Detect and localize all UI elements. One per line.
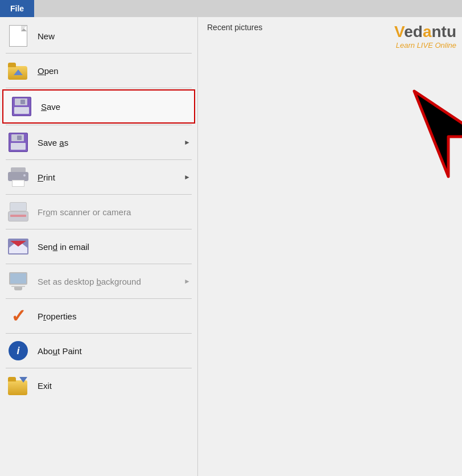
menu-item-properties-label: Properties (38, 311, 191, 321)
menu-item-scanner-label: From scanner or camera (38, 207, 191, 217)
menu-item-exit[interactable]: Exit (0, 370, 197, 401)
menu-item-open-label: Open (38, 66, 191, 76)
menu-item-save-label: Save (41, 102, 187, 112)
file-tab-label: File (10, 4, 24, 13)
cursor-arrow (403, 85, 462, 188)
title-bar: File (0, 0, 462, 17)
separator-8 (6, 298, 192, 299)
menu-item-save[interactable]: Save (2, 89, 195, 124)
menu-item-save-as-label: Save as (38, 138, 184, 147)
separator-10 (6, 368, 192, 368)
scanner-icon (7, 200, 30, 223)
new-icon (7, 24, 30, 47)
separator-3 (6, 125, 192, 125)
separator-1 (6, 53, 192, 54)
right-panel: Recent pictures Vedantu Learn LIVE Onlin… (198, 17, 462, 476)
menu-item-print[interactable]: Print ► (0, 161, 197, 193)
menu-item-exit-label: Exit (38, 381, 191, 391)
menu-item-new-label: New (38, 31, 191, 41)
menu-item-open[interactable]: Open (0, 55, 197, 87)
print-arrow: ► (184, 173, 191, 181)
separator-2 (6, 88, 192, 88)
separator-7 (6, 264, 192, 264)
separator-4 (6, 159, 192, 160)
menu-panel: New Open (0, 17, 198, 476)
separator-6 (6, 229, 192, 229)
email-icon (7, 235, 30, 258)
exit-icon (7, 374, 30, 397)
separator-9 (6, 333, 192, 334)
print-icon (7, 166, 30, 188)
properties-icon: ✓ (7, 305, 30, 327)
save-icon (10, 95, 33, 118)
desktop-icon (7, 270, 30, 293)
menu-item-new[interactable]: New (0, 20, 197, 52)
vedantu-logo: Vedantu Learn LIVE Online (394, 23, 456, 50)
menu-item-save-as[interactable]: Save as ► (0, 126, 197, 158)
save-as-arrow: ► (184, 138, 191, 146)
menu-item-print-label: Print (38, 173, 184, 182)
about-icon: i (7, 339, 30, 362)
menu-item-about-label: About Paint (38, 346, 191, 356)
main-area: New Open (0, 17, 462, 476)
file-tab[interactable]: File (0, 0, 34, 17)
menu-item-desktop[interactable]: Set as desktop background ► (0, 265, 197, 297)
vedantu-tagline: Learn LIVE Online (394, 41, 456, 50)
menu-item-properties[interactable]: ✓ Properties (0, 300, 197, 332)
menu-item-email-label: Send in email (38, 242, 191, 252)
svg-marker-0 (414, 91, 462, 177)
menu-item-scanner[interactable]: From scanner or camera (0, 196, 197, 228)
open-icon (7, 59, 30, 82)
vedantu-name: Vedantu (394, 23, 456, 41)
save-as-icon (7, 131, 30, 154)
desktop-arrow: ► (184, 277, 191, 285)
menu-item-email[interactable]: Send in email (0, 231, 197, 262)
menu-item-desktop-label: Set as desktop background (38, 277, 184, 286)
menu-item-about[interactable]: i About Paint (0, 335, 197, 367)
separator-5 (6, 194, 192, 195)
